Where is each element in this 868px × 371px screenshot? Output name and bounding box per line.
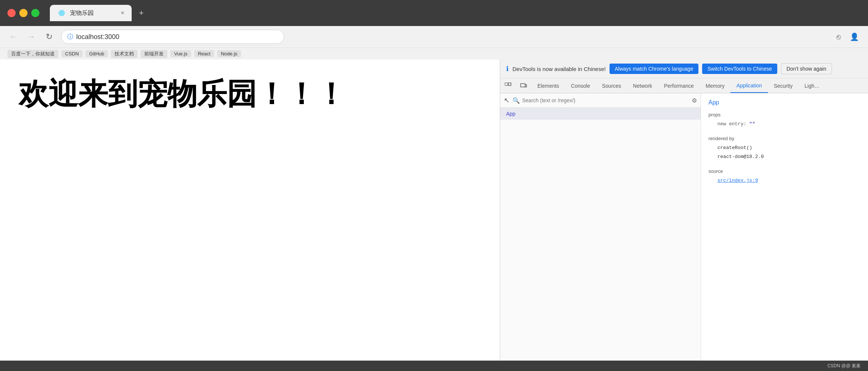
url-text: localhost:3000 (76, 33, 119, 41)
devtools-body: ↖ 🔍 ⚙ App App props new entry: (500, 93, 868, 361)
tab-memory[interactable]: Memory (700, 78, 731, 93)
tab-bar: 宠物乐园 × + (50, 5, 148, 21)
back-button[interactable]: ← (7, 32, 19, 42)
bookmark-item[interactable]: React (194, 50, 214, 57)
tab-performance[interactable]: Performance (658, 78, 700, 93)
info-icon: ℹ (506, 65, 509, 73)
component-details: App props new entry: "" rendered by crea… (701, 93, 868, 361)
inspector-icon[interactable] (500, 78, 516, 93)
tab-close-button[interactable]: × (121, 10, 124, 16)
url-bar[interactable]: ⓘ localhost:3000 (61, 30, 284, 44)
tab-lighthouse[interactable]: Ligh… (798, 78, 825, 93)
browser-tab[interactable]: 宠物乐园 × (50, 5, 132, 21)
svg-point-4 (61, 12, 62, 13)
title-bar: 宠物乐园 × + (0, 0, 868, 26)
props-label: props (708, 112, 861, 117)
minimize-button[interactable] (19, 9, 28, 17)
bookmark-item[interactable]: 技术文档 (111, 50, 138, 58)
bookmark-item[interactable]: Node.js (217, 50, 241, 57)
svg-rect-6 (508, 83, 511, 86)
devtools-banner: ℹ DevTools is now available in Chinese! … (500, 59, 868, 78)
main-area: 欢迎来到宠物乐园！！！ ℹ DevTools is now available … (0, 59, 868, 361)
rendered-by-entry-2: react-dom@18.2.0 (717, 152, 861, 161)
component-item-app[interactable]: App (500, 108, 701, 120)
bookmark-item[interactable]: 百度一下，你就知道 (7, 50, 58, 58)
tab-console[interactable]: Console (565, 78, 596, 93)
bookmarks-bar: 百度一下，你就知道 CSDN GitHub 技术文档 前端开发 Vue.js R… (0, 48, 868, 59)
prop-key: new entry: (717, 121, 746, 127)
search-input-wrapper: 🔍 (512, 97, 689, 104)
responsive-icon[interactable] (516, 78, 531, 93)
cursor-icon[interactable]: ↖ (504, 96, 509, 104)
tab-elements[interactable]: Elements (531, 78, 565, 93)
traffic-lights (7, 9, 39, 17)
tab-application[interactable]: Application (730, 78, 768, 93)
close-button[interactable] (7, 9, 16, 17)
components-list: ↖ 🔍 ⚙ App (500, 93, 701, 361)
devtools-tabs: Elements Console Sources Network Perform… (500, 78, 868, 93)
cast-icon[interactable]: ⎋ (832, 30, 845, 43)
status-text: CSDN @@ 素素 (827, 363, 861, 369)
svg-rect-5 (505, 83, 508, 86)
secure-icon: ⓘ (67, 33, 73, 41)
maximize-button[interactable] (31, 9, 39, 17)
bookmark-item[interactable]: 前端开发 (141, 50, 167, 58)
source-section: source src/index.js:9 (708, 168, 861, 185)
refresh-button[interactable]: ↻ (43, 32, 55, 42)
page-body: 欢迎来到宠物乐园！！！ (0, 59, 500, 361)
forward-button[interactable]: → (25, 32, 37, 42)
components-search: ↖ 🔍 ⚙ (500, 93, 701, 108)
profile-icon[interactable]: 👤 (848, 30, 861, 43)
rendered-by-entry-1: createRoot() (717, 143, 861, 152)
bookmark-item[interactable]: Vue.js (170, 50, 191, 57)
search-icon: 🔍 (512, 97, 520, 104)
source-link[interactable]: src/index.js:9 (717, 178, 758, 183)
new-tab-button[interactable]: + (135, 6, 148, 20)
tab-favicon (57, 9, 66, 17)
search-settings-button[interactable]: ⚙ (692, 97, 697, 104)
tab-title: 宠物乐园 (70, 9, 94, 17)
rendered-by-label: rendered by (708, 136, 861, 141)
page-heading: 欢迎来到宠物乐园！！！ (19, 74, 481, 114)
tab-network[interactable]: Network (627, 78, 658, 93)
tab-sources[interactable]: Sources (596, 78, 627, 93)
dont-show-again-button[interactable]: Don't show again (781, 63, 832, 74)
address-bar: ← → ↻ ⓘ localhost:3000 ⎋ 👤 (0, 26, 868, 48)
source-entries: src/index.js:9 (708, 176, 861, 185)
prop-value: "" (749, 121, 755, 127)
tab-security[interactable]: Security (768, 78, 799, 93)
search-input[interactable] (522, 97, 689, 103)
bookmark-item[interactable]: CSDN (61, 50, 83, 57)
banner-text: DevTools is now available in Chinese! (512, 66, 606, 72)
switch-to-chinese-button[interactable]: Switch DevTools to Chinese (702, 64, 777, 74)
svg-rect-7 (521, 84, 525, 87)
source-label: source (708, 168, 861, 174)
component-detail-title: App (708, 99, 861, 106)
svg-rect-8 (525, 85, 527, 87)
props-section: props new entry: "" (708, 112, 861, 128)
page-content: 欢迎来到宠物乐园！！！ (0, 59, 500, 361)
rendered-by-section: rendered by createRoot() react-dom@18.2.… (708, 136, 861, 161)
always-match-language-button[interactable]: Always match Chrome's language (610, 64, 698, 74)
status-bar: CSDN @@ 素素 (0, 361, 868, 371)
rendered-by-entries: createRoot() react-dom@18.2.0 (708, 143, 861, 161)
devtools-panel: ℹ DevTools is now available in Chinese! … (500, 59, 868, 361)
bookmark-item[interactable]: GitHub (86, 50, 108, 57)
props-entries: new entry: "" (708, 120, 861, 128)
toolbar-right: ⎋ 👤 (832, 30, 861, 43)
